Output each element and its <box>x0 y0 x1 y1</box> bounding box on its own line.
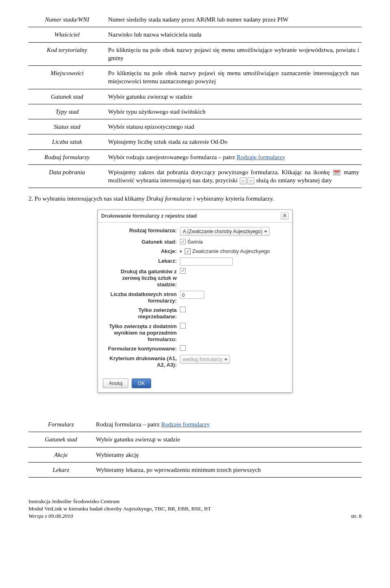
stron-input[interactable]: 0 <box>180 291 204 299</box>
print-forms-dialog: Drukowanie formularzy z rejestru stad ✕ … <box>98 210 292 393</box>
label-kontynuowane: Formularze kontynuowane: <box>103 345 180 352</box>
label-gatunek: Gatunek stad: <box>103 238 180 245</box>
t2-desc-lekarz: Wybieramy lekarza, po wprowadzeniu minim… <box>93 462 362 477</box>
akcje-checkbox[interactable] <box>185 249 191 254</box>
t2-term-formularz: Formularz <box>28 417 93 432</box>
t2-desc-akcje: Wybieramy akcję <box>93 447 362 462</box>
ok-button[interactable]: OK <box>132 378 151 388</box>
link-rodzaje-1[interactable]: Rodzaje formularzy <box>236 154 285 160</box>
lekarz-input[interactable] <box>180 257 233 266</box>
t1-term-data: Data pobrania <box>28 164 106 188</box>
dialog-title: Drukowanie formularzy z rejestru stad <box>101 212 197 220</box>
footer-page: str. 8 <box>351 512 362 520</box>
page-footer: Instrukcja Jednolite Środowisko Centrum … <box>28 498 362 520</box>
t1-desc: Po kliknięciu na pole obok nazwy pojawi … <box>106 42 362 66</box>
expand-icon[interactable] <box>180 250 182 253</box>
kontynuowane-checkbox[interactable] <box>180 345 186 351</box>
link-rodzaje-2[interactable]: Rodzaje formularzy <box>161 421 210 428</box>
t1-desc: Wybór statusu epizootycznego stad <box>106 119 362 134</box>
t1-term: Kod terytorialny <box>28 42 106 66</box>
t1-term: Właściciel <box>28 27 106 42</box>
footer-version: Wersja z 09.08.2010 <box>28 512 73 520</box>
akcje-text: Zwalczanie choroby Aujeszkyego <box>192 248 270 255</box>
kryterium-dropdown[interactable]: według formularzy <box>180 355 230 364</box>
t2-desc-formularz: Rodzaj formularza – patrz Rodzaje formul… <box>93 417 362 432</box>
t1-desc-data: Wpisujemy zakres dat pobrania dotyczący … <box>106 164 362 188</box>
gatunek-text: Świnia <box>187 238 203 246</box>
t1-term: Numer stada/WNI <box>28 12 106 27</box>
numbered-item-2: 2. Po wybraniu interesujących nas stad k… <box>28 195 362 203</box>
t1-desc: Po kliknięciu na pole obok nazwy pojawi … <box>106 66 362 89</box>
calendar-icon <box>333 170 340 175</box>
num-item-post: i wybieramy kryteria formularzy. <box>192 195 274 202</box>
label-rodzaj: Rodzaj formularza: <box>103 227 180 234</box>
label-zerowa: Drukuj dla gatunków z zerową liczbą sztu… <box>103 268 180 288</box>
t2-term-gatunek: Gatunek stad <box>28 432 93 447</box>
rodzaj-dropdown[interactable]: A (Zwalczanie choroby Aujeszkyego) <box>180 227 270 236</box>
label-nieprzebadane: Tylko zwierzęta nieprzebadane: <box>103 306 180 320</box>
t1-desc-rodzaj: Wybór rodzaju zarejestrowanego formularz… <box>106 149 362 164</box>
label-kryterium: Kryterium drukowania (A1, A2, A3): <box>103 355 180 369</box>
footer-line1: Instrukcja Jednolite Środowisko Centrum <box>28 498 362 505</box>
t1-term: Status stad <box>28 119 106 134</box>
t1-desc: Nazwisko lub nazwa właściciela stada <box>106 27 362 42</box>
gatunek-checkbox[interactable] <box>180 239 186 244</box>
next-date-icon: > <box>247 177 254 184</box>
label-stron: Liczba dodatkowych stron formularzy: <box>103 290 180 305</box>
label-lekarz: Lekarz: <box>103 257 180 264</box>
t1-term: Miejscowości <box>28 66 106 89</box>
footer-line2: Moduł VetLink w kierunku badań choroby A… <box>28 505 362 512</box>
t1-term: Liczba sztuk <box>28 134 106 149</box>
label-akcje: Akcje: <box>103 247 180 255</box>
label-dodatnim: Tylko zwierzęta z dodatnim wynikiem na p… <box>103 322 180 343</box>
close-icon[interactable]: ✕ <box>281 212 289 220</box>
zerowa-checkbox[interactable] <box>180 268 186 274</box>
cancel-button[interactable]: Anuluj <box>103 378 128 388</box>
definition-table-2: Formularz Rodzaj formularza – patrz Rodz… <box>28 417 362 478</box>
t1-desc: Wybór typu użytkowego stad świńskich <box>106 104 362 119</box>
t1-term: Typy stad <box>28 104 106 119</box>
t1-term-rodzaj: Rodzaj formularzy <box>28 149 106 164</box>
nieprzebadane-checkbox[interactable] <box>180 307 186 312</box>
t2-desc-gatunek: Wybór gatunku zwierząt w stadzie <box>93 432 362 447</box>
dialog-header: Drukowanie formularzy z rejestru stad ✕ <box>98 210 292 223</box>
num-item-italic: Drukuj formularze <box>146 195 192 202</box>
dodatnim-checkbox[interactable] <box>180 323 186 329</box>
prev-date-icon: < <box>240 177 247 184</box>
t1-desc: Wpisujemy liczbę sztuk stada za zakresie… <box>106 134 362 149</box>
t1-term: Gatunek stad <box>28 89 106 104</box>
t2-term-lekarz: Lekarz <box>28 462 93 477</box>
t1-desc: Wybór gatunku zwierząt w stadzie <box>106 89 362 104</box>
t2-term-akcje: Akcje <box>28 447 93 462</box>
t1-desc: Numer siedziby stada nadany przez ARiMR … <box>106 12 362 27</box>
num-item-pre: 2. Po wybraniu interesujących nas stad k… <box>28 195 146 202</box>
definition-table-1: Numer stada/WNINumer siedziby stada nada… <box>28 12 362 188</box>
